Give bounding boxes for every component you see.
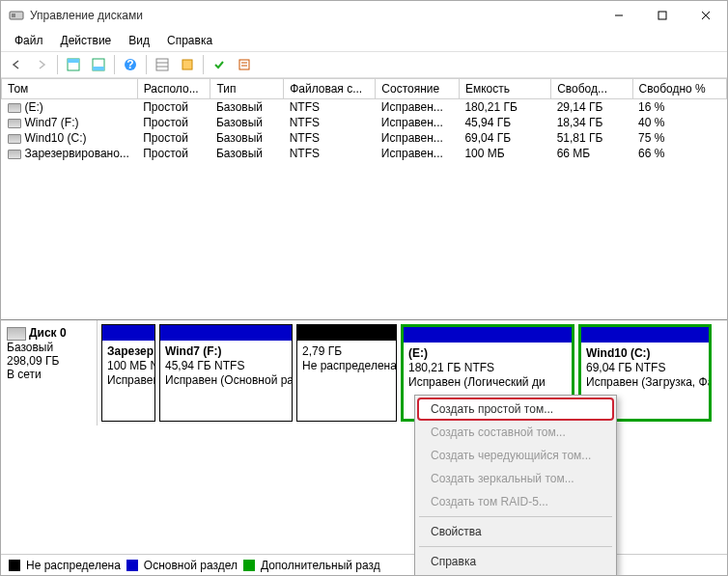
column-header[interactable]: Емкость	[459, 79, 550, 99]
partition-size: 2,79 ГБ	[302, 344, 391, 359]
help-icon[interactable]: ?	[119, 53, 142, 76]
svg-rect-3	[658, 12, 666, 19]
partition-title: (E:)	[408, 346, 567, 361]
swatch-unallocated	[9, 560, 20, 571]
context-menu-item[interactable]: Создать простой том...	[417, 398, 614, 421]
partition-primary[interactable]: Wind7 (F:)45,94 ГБ NTFSИсправен (Основно…	[159, 324, 293, 422]
partition-status: Исправен (Логический ди	[408, 375, 567, 390]
titlebar: Управление дисками	[1, 1, 727, 30]
menu-file[interactable]: Файл	[7, 32, 51, 49]
partition-row: Зарезер100 МБ NИсправенWind7 (F:)45,94 Г…	[98, 320, 727, 425]
column-header[interactable]: Файловая с...	[284, 79, 376, 99]
partition-size: 100 МБ N	[107, 359, 150, 373]
partition-title: Wind7 (F:)	[165, 344, 287, 359]
table-row[interactable]: (E:)ПростойБазовыйNTFSИсправен...180,21 …	[2, 99, 727, 116]
disk-info[interactable]: Диск 0 Базовый 298,09 ГБ В сети	[1, 320, 98, 425]
legend: Не распределена Основной раздел Дополнит…	[1, 554, 727, 575]
partition-status: Не распределена	[302, 359, 391, 373]
partition-header	[404, 327, 572, 343]
svg-rect-12	[156, 59, 168, 70]
column-header[interactable]: Тип	[210, 79, 284, 99]
swatch-extended	[243, 560, 255, 571]
menu-action[interactable]: Действие	[53, 32, 120, 49]
menubar: Файл Действие Вид Справка	[1, 30, 727, 51]
volume-list[interactable]: ТомРасполо...ТипФайловая с...СостояниеЕм…	[1, 78, 727, 319]
back-button[interactable]	[5, 53, 28, 76]
partition-header	[160, 325, 292, 341]
svg-rect-1	[12, 14, 15, 17]
context-menu-item[interactable]: Свойства	[417, 520, 614, 543]
settings-icon[interactable]	[151, 53, 174, 76]
partition-unalloc[interactable]: 2,79 ГБНе распределена	[296, 324, 397, 422]
disk-label: Диск 0	[29, 326, 67, 340]
partition-status: Исправен (Загрузка, Фай	[586, 375, 704, 390]
table-row[interactable]: Зарезервировано...ПростойБазовыйNTFSИспр…	[2, 146, 727, 161]
partition-title: Wind10 (C:)	[586, 346, 704, 361]
forward-button[interactable]	[30, 53, 53, 76]
volume-icon	[8, 103, 21, 113]
app-icon	[9, 8, 24, 23]
context-menu-item[interactable]: Справка	[417, 550, 614, 573]
view-bottom-icon[interactable]	[87, 53, 110, 76]
disk-state: В сети	[7, 368, 91, 381]
swatch-primary	[126, 560, 138, 571]
partition-header	[102, 325, 154, 341]
view-top-icon[interactable]	[62, 53, 85, 76]
partition-status: Исправен	[107, 373, 150, 388]
volume-icon	[8, 119, 21, 128]
partition-size: 69,04 ГБ NTFS	[586, 361, 704, 375]
minimize-button[interactable]	[597, 1, 640, 30]
legend-primary: Основной раздел	[144, 559, 238, 572]
toolbar: ?	[1, 51, 727, 78]
close-button[interactable]	[684, 1, 727, 30]
table-row[interactable]: Wind10 (C:)ПростойБазовыйNTFSИсправен...…	[2, 130, 727, 146]
legend-extended: Дополнительный разд	[261, 559, 380, 572]
context-menu-item: Создать зеркальный том...	[417, 467, 614, 490]
svg-text:?: ?	[126, 58, 133, 71]
svg-rect-16	[239, 60, 249, 69]
action-list-icon[interactable]	[208, 53, 231, 76]
column-header[interactable]: Свободно %	[632, 79, 726, 99]
svg-rect-15	[182, 60, 192, 69]
column-header[interactable]: Свобод...	[551, 79, 632, 99]
column-header[interactable]: Том	[2, 79, 138, 99]
context-menu-item: Создать составной том...	[417, 421, 614, 444]
disk-icon	[7, 327, 26, 341]
partition-header	[297, 325, 396, 341]
window-title: Управление дисками	[30, 9, 597, 22]
context-menu-item: Создать чередующийся том...	[417, 444, 614, 467]
refresh-icon[interactable]	[176, 53, 199, 76]
volume-icon	[8, 134, 21, 144]
table-row[interactable]: Wind7 (F:)ПростойБазовыйNTFSИсправен...4…	[2, 115, 727, 130]
partition-primary[interactable]: Зарезер100 МБ NИсправен	[101, 324, 155, 422]
menu-view[interactable]: Вид	[121, 32, 157, 49]
disk-size: 298,09 ГБ	[7, 354, 91, 368]
svg-rect-7	[68, 59, 79, 63]
svg-rect-9	[93, 67, 104, 70]
partition-size: 180,21 ГБ NTFS	[408, 361, 567, 375]
context-menu: Создать простой том...Создать составной …	[414, 395, 617, 576]
volume-icon	[8, 150, 21, 159]
column-header[interactable]: Состояние	[376, 79, 460, 99]
menu-separator	[419, 546, 612, 547]
disk-graphical-view: Диск 0 Базовый 298,09 ГБ В сети Зарезер1…	[1, 319, 727, 425]
partition-header	[581, 327, 709, 343]
menu-help[interactable]: Справка	[159, 32, 220, 49]
legend-unallocated: Не распределена	[26, 559, 121, 572]
maximize-button[interactable]	[640, 1, 684, 30]
context-menu-item: Создать том RAID-5...	[417, 490, 614, 513]
partition-title: Зарезер	[107, 344, 150, 359]
partition-size: 45,94 ГБ NTFS	[165, 359, 287, 373]
menu-separator	[419, 516, 612, 517]
properties-icon[interactable]	[233, 53, 256, 76]
partition-status: Исправен (Основной ра	[165, 373, 287, 388]
column-header[interactable]: Располо...	[137, 79, 210, 99]
disk-type: Базовый	[7, 341, 91, 354]
